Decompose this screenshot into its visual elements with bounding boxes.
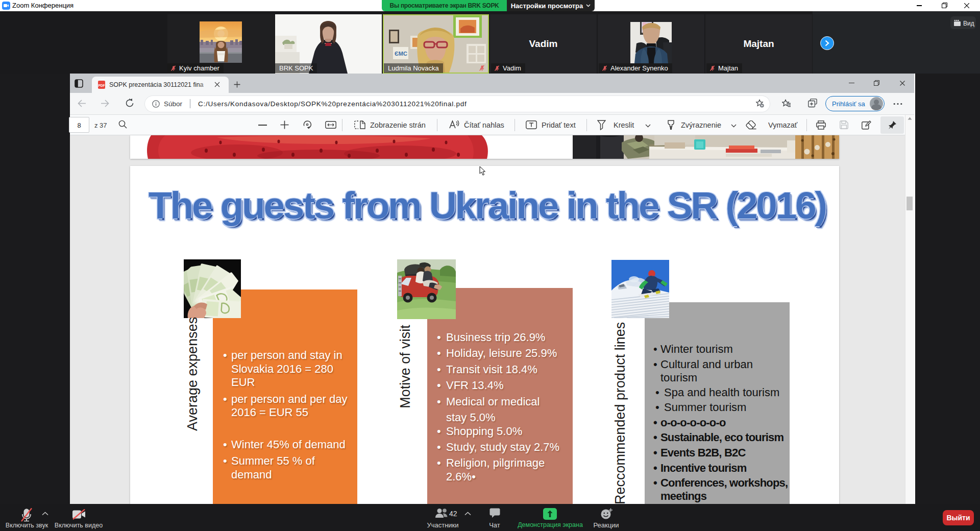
svg-text:ЄМС: ЄМС (395, 51, 407, 57)
svg-text:PDF: PDF (99, 84, 105, 87)
